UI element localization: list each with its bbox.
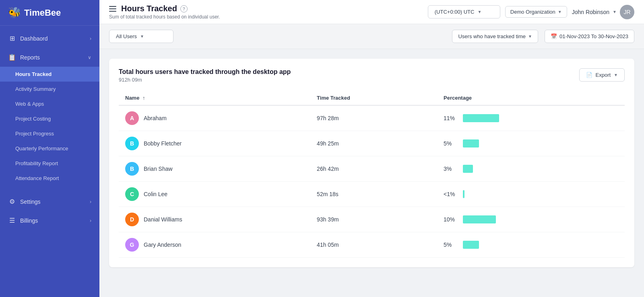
user-name: Gary Anderson xyxy=(144,242,181,248)
sidebar-item-activity-summary[interactable]: Activity Summary xyxy=(0,82,99,96)
topbar-title-area: Hours Tracked ? Sum of total tracked hou… xyxy=(109,4,421,20)
sidebar-item-hours-tracked[interactable]: Hours Tracked xyxy=(0,67,99,82)
users-filter-label: All Users xyxy=(116,33,137,39)
chevron-right-icon: › xyxy=(90,199,91,205)
card-header: Total hours users have tracked through t… xyxy=(119,68,625,83)
bar-fill xyxy=(463,165,473,173)
sidebar-item-web-apps[interactable]: Web & Apps xyxy=(0,96,99,111)
caret-down-icon: ▼ xyxy=(614,73,618,77)
user-avatar: A xyxy=(125,111,139,125)
date-range-label: 01-Nov-2023 To 30-Nov-2023 xyxy=(559,33,628,39)
sidebar-item-profitability-report[interactable]: Profitability Report xyxy=(0,156,99,171)
sidebar-item-label: Billings xyxy=(20,217,86,224)
bar-track xyxy=(463,215,496,223)
caret-down-icon: ▼ xyxy=(477,10,481,14)
sidebar-item-attendance-report[interactable]: Attendance Report xyxy=(0,171,99,186)
caret-down-icon: ▼ xyxy=(528,34,532,39)
subnav-label: Quarterly Performance xyxy=(15,145,68,152)
caret-down-icon: ▼ xyxy=(558,10,562,14)
card-total-time: 912h 09m xyxy=(119,77,579,83)
table-row: C Colin Lee 52m 18s <1% xyxy=(119,182,625,207)
cell-time: 93h 39m xyxy=(310,207,437,232)
sidebar-nav: ⊞ Dashbaord › 📋 Reports ∨ Hours Tracked … xyxy=(0,26,99,297)
bar-fill xyxy=(463,114,499,122)
chevron-down-icon: ∨ xyxy=(88,55,91,60)
title-text: Hours Tracked xyxy=(121,4,177,13)
export-button[interactable]: 📄 Export ▼ xyxy=(579,68,625,82)
sidebar-item-reports[interactable]: 📋 Reports ∨ xyxy=(0,48,99,67)
reports-icon: 📋 xyxy=(8,53,16,61)
cell-time: 52m 18s xyxy=(310,182,437,207)
cell-name: A Abraham xyxy=(119,105,310,131)
export-label: Export xyxy=(596,72,611,78)
user-name: Danial Williams xyxy=(144,216,182,223)
col-name: Name ↑ xyxy=(119,91,310,105)
app-logo[interactable]: 🐝 TimeBee xyxy=(0,0,99,26)
chevron-right-icon: › xyxy=(90,36,91,41)
caret-down-icon: ▼ xyxy=(140,34,144,39)
sidebar-item-quarterly-performance[interactable]: Quarterly Performance xyxy=(0,141,99,156)
topbar: Hours Tracked ? Sum of total tracked hou… xyxy=(99,0,644,24)
bar-track xyxy=(463,190,464,198)
cell-percentage: <1% xyxy=(437,182,625,207)
date-range-picker[interactable]: 📅 01-Nov-2023 To 30-Nov-2023 xyxy=(545,30,634,43)
user-avatar: G xyxy=(125,238,139,252)
help-icon[interactable]: ? xyxy=(180,5,188,12)
card-title-area: Total hours users have tracked through t… xyxy=(119,68,579,83)
col-time-tracked: Time Tracked xyxy=(310,91,437,105)
subnav-label: Hours Tracked xyxy=(15,71,52,77)
export-icon: 📄 xyxy=(586,72,592,78)
cell-time: 26h 42m xyxy=(310,156,437,182)
pct-label: 11% xyxy=(444,115,459,121)
org-label: Demo Organization xyxy=(510,9,555,15)
hamburger-icon[interactable] xyxy=(109,6,116,12)
cell-name: G Gary Anderson xyxy=(119,232,310,258)
org-select[interactable]: Demo Organization ▼ xyxy=(505,6,567,18)
col-percentage: Percentage xyxy=(437,91,625,105)
filter-bar: All Users ▼ Users who have tracked time … xyxy=(99,24,644,49)
user-filter-label: Users who have tracked time xyxy=(458,33,526,39)
cell-percentage: 5% xyxy=(437,131,625,156)
table-row: G Gary Anderson 41h 05m 5% xyxy=(119,232,625,258)
content-area: Total hours users have tracked through t… xyxy=(99,49,644,297)
sidebar-item-settings[interactable]: ⚙ Settings › xyxy=(0,192,99,211)
cell-percentage: 11% xyxy=(437,105,625,131)
user-avatar: C xyxy=(125,187,139,201)
sidebar-item-dashboard[interactable]: ⊞ Dashbaord › xyxy=(0,29,99,48)
sidebar-item-project-costing[interactable]: Project Costing xyxy=(0,111,99,126)
bar-fill xyxy=(463,190,464,198)
pct-label: 10% xyxy=(444,216,459,223)
sidebar-item-billings[interactable]: ☰ Billings › xyxy=(0,211,99,230)
timezone-label: (UTC+0:00) UTC xyxy=(435,9,475,15)
menu-icon[interactable] xyxy=(109,6,116,12)
cell-name: C Colin Lee xyxy=(119,182,310,207)
subnav-label: Profitability Report xyxy=(15,160,58,166)
sidebar-item-label: Settings xyxy=(20,199,86,205)
users-dropdown[interactable]: All Users ▼ xyxy=(109,30,173,43)
timezone-select[interactable]: (UTC+0:00) UTC ▼ xyxy=(428,5,500,18)
table-row: D Danial Williams 93h 39m 10% xyxy=(119,207,625,232)
user-filter-btn[interactable]: Users who have tracked time ▼ xyxy=(452,30,538,43)
pct-label: 3% xyxy=(444,166,459,172)
user-name: Brian Shaw xyxy=(144,166,173,172)
pct-label: <1% xyxy=(444,191,459,197)
page-subtitle: Sum of total tracked hours based on indi… xyxy=(109,14,421,20)
subnav-label: Attendance Report xyxy=(15,175,59,181)
cell-time: 41h 05m xyxy=(310,232,437,258)
user-avatar: D xyxy=(125,213,139,226)
bar-fill xyxy=(463,241,479,249)
chevron-right-icon: › xyxy=(90,218,91,223)
cell-percentage: 10% xyxy=(437,207,625,232)
main-card: Total hours users have tracked through t… xyxy=(109,59,634,267)
bar-track xyxy=(463,139,479,147)
pct-label: 5% xyxy=(444,140,459,147)
sidebar-item-label: Dashbaord xyxy=(20,35,86,42)
cell-name: B Brian Shaw xyxy=(119,156,310,182)
topbar-controls: (UTC+0:00) UTC ▼ Demo Organization ▼ Joh… xyxy=(428,5,634,19)
app-name: TimeBee xyxy=(24,8,61,18)
user-name: John Robinson xyxy=(572,9,609,15)
hours-table: Name ↑ Time Tracked Percentage A Abraham… xyxy=(119,91,625,258)
user-menu[interactable]: John Robinson ▼ JR xyxy=(572,5,634,19)
sidebar-item-project-progress[interactable]: Project Progress xyxy=(0,126,99,141)
bar-track xyxy=(463,241,479,249)
